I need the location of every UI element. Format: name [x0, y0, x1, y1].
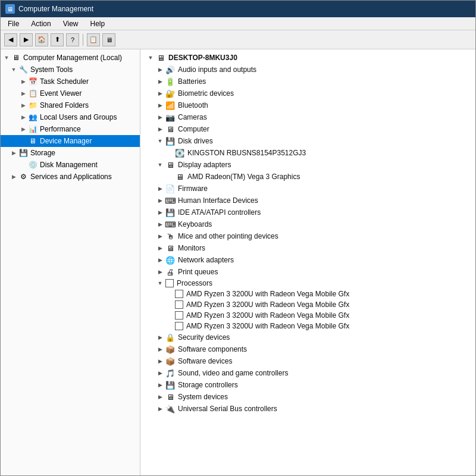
tree-root[interactable]: ▼ 🖥 Computer Management (Local)	[1, 52, 140, 64]
sound-expand[interactable]: ▶	[156, 369, 164, 377]
tree-device-manager[interactable]: 🖥 Device Manager	[1, 135, 140, 147]
performance-expand[interactable]: ▶	[20, 126, 27, 133]
device-disk-drives[interactable]: ▼ 💾 Disk drives	[140, 135, 475, 147]
print-expand[interactable]: ▶	[156, 268, 164, 276]
network-expand[interactable]: ▶	[156, 256, 164, 264]
batteries-expand[interactable]: ▶	[156, 77, 164, 86]
device-biometric[interactable]: ▶ 🔐 Biometric devices	[140, 87, 475, 99]
device-display-adapters[interactable]: ▼ 🖥 Display adapters	[140, 159, 475, 171]
device-print[interactable]: ▶ 🖨 Print queues	[140, 266, 475, 278]
device-hid[interactable]: ▶ ⌨ Human Interface Devices	[140, 195, 475, 206]
tree-event-viewer[interactable]: ▶ 📋 Event Viewer	[1, 87, 140, 99]
device-cpu-4[interactable]: AMD Ryzen 3 3200U with Radeon Vega Mobil…	[140, 321, 475, 331]
up-button[interactable]: ⬆	[51, 33, 64, 46]
cameras-label: Cameras	[178, 113, 207, 121]
task-scheduler-expand[interactable]: ▶	[20, 78, 27, 85]
device-sound[interactable]: ▶ 🎵 Sound, video and game controllers	[140, 367, 475, 379]
system-tools-expand[interactable]: ▼	[10, 66, 17, 73]
tree-task-scheduler[interactable]: ▶ 📅 Task Scheduler	[1, 76, 140, 87]
biometric-expand[interactable]: ▶	[156, 89, 164, 98]
device-usb[interactable]: ▶ 🔌 Universal Serial Bus controllers	[140, 403, 475, 415]
system-devices-expand[interactable]: ▶	[156, 393, 164, 401]
device-security[interactable]: ▶ 🔒 Security devices	[140, 331, 475, 343]
device-desktop-root[interactable]: ▼ 🖥 DESKTOP-8MKU3J0	[140, 52, 475, 64]
bluetooth-expand[interactable]: ▶	[156, 101, 164, 109]
shared-folders-expand[interactable]: ▶	[20, 102, 27, 109]
biometric-label: Biometric devices	[178, 89, 234, 98]
device-system-devices[interactable]: ▶ 🖥 System devices	[140, 391, 475, 403]
device-cpu-1[interactable]: AMD Ryzen 3 3200U with Radeon Vega Mobil…	[140, 289, 475, 299]
device-audio[interactable]: ▶ 🔊 Audio inputs and outputs	[140, 64, 475, 76]
device-storage-ctrl[interactable]: ▶ 💾 Storage controllers	[140, 379, 475, 391]
hid-label: Human Interface Devices	[178, 196, 258, 205]
device-batteries[interactable]: ▶ 🔋 Batteries	[140, 76, 475, 87]
device-network[interactable]: ▶ 🌐 Network adapters	[140, 254, 475, 266]
device-sw-devices[interactable]: ▶ 📦 Software devices	[140, 355, 475, 367]
help-button[interactable]: ?	[66, 33, 79, 46]
event-viewer-expand[interactable]: ▶	[20, 90, 27, 97]
audio-icon: 🔊	[165, 65, 175, 74]
sw-components-expand[interactable]: ▶	[156, 345, 164, 353]
computer-button[interactable]: 🖥	[102, 33, 115, 46]
device-cpu-3[interactable]: AMD Ryzen 3 3200U with Radeon Vega Mobil…	[140, 310, 475, 321]
device-kingston[interactable]: 💽 KINGSTON RBUSNS8154P3512GJ3	[140, 147, 475, 159]
audio-expand[interactable]: ▶	[156, 65, 164, 74]
kingston-expand[interactable]	[165, 149, 174, 157]
device-processors[interactable]: ▼ Processors	[140, 278, 475, 289]
batteries-icon: 🔋	[165, 77, 175, 86]
storage-expand[interactable]: ▶	[10, 149, 17, 156]
device-cameras[interactable]: ▶ 📷 Cameras	[140, 111, 475, 123]
back-button[interactable]: ◀	[4, 33, 17, 46]
tree-shared-folders[interactable]: ▶ 📁 Shared Folders	[1, 99, 140, 111]
cameras-expand[interactable]: ▶	[156, 113, 164, 121]
usb-expand[interactable]: ▶	[156, 405, 164, 413]
disk-management-label: Disk Management	[40, 161, 98, 169]
monitors-expand[interactable]: ▶	[156, 244, 164, 252]
sw-devices-expand[interactable]: ▶	[156, 357, 164, 365]
tree-performance[interactable]: ▶ 📊 Performance	[1, 123, 140, 135]
device-ide[interactable]: ▶ 💾 IDE ATA/ATAPI controllers	[140, 206, 475, 218]
menu-help[interactable]: Help	[86, 18, 110, 29]
storage-ctrl-expand[interactable]: ▶	[156, 381, 164, 389]
hid-expand[interactable]: ▶	[156, 196, 164, 205]
services-expand[interactable]: ▶	[10, 173, 17, 180]
disk-drives-expand[interactable]: ▼	[156, 137, 164, 145]
device-sw-components[interactable]: ▶ 📦 Software components	[140, 343, 475, 355]
device-firmware[interactable]: ▶ 📄 Firmware	[140, 183, 475, 195]
firmware-expand[interactable]: ▶	[156, 184, 164, 193]
amd-radeon-expand[interactable]	[165, 173, 174, 181]
device-bluetooth[interactable]: ▶ 📶 Bluetooth	[140, 99, 475, 111]
desktop-expand-icon[interactable]: ▼	[146, 54, 155, 62]
tree-services[interactable]: ▶ ⚙ Services and Applications	[1, 171, 140, 183]
ide-expand[interactable]: ▶	[156, 208, 164, 217]
keyboards-expand[interactable]: ▶	[156, 220, 164, 228]
root-expand-icon[interactable]: ▼	[3, 54, 10, 61]
display-expand[interactable]: ▼	[156, 161, 164, 169]
processors-expand[interactable]: ▼	[156, 279, 164, 287]
event-viewer-label: Event Viewer	[40, 89, 82, 98]
forward-button[interactable]: ▶	[20, 33, 33, 46]
export-button[interactable]: 📋	[87, 33, 100, 46]
task-scheduler-label: Task Scheduler	[40, 77, 89, 86]
menu-view[interactable]: View	[58, 18, 83, 29]
device-keyboards[interactable]: ▶ ⌨ Keyboards	[140, 218, 475, 230]
device-computer[interactable]: ▶ 🖥 Computer	[140, 123, 475, 135]
tree-storage[interactable]: ▶ 💾 Storage	[1, 147, 140, 159]
tree-disk-management[interactable]: 💿 Disk Management	[1, 159, 140, 171]
device-cpu-2[interactable]: AMD Ryzen 3 3200U with Radeon Vega Mobil…	[140, 299, 475, 310]
mice-expand[interactable]: ▶	[156, 232, 164, 240]
device-amd-radeon[interactable]: 🖥 AMD Radeon(TM) Vega 3 Graphics	[140, 171, 475, 183]
cpu3-expand	[165, 311, 174, 320]
device-manager-expand[interactable]	[20, 137, 27, 145]
tree-local-users[interactable]: ▶ 👥 Local Users and Groups	[1, 111, 140, 123]
menu-action[interactable]: Action	[26, 18, 55, 29]
device-mice[interactable]: ▶ 🖱 Mice and other pointing devices	[140, 230, 475, 242]
home-button[interactable]: 🏠	[35, 33, 48, 46]
device-monitors[interactable]: ▶ 🖥 Monitors	[140, 242, 475, 254]
disk-management-expand[interactable]	[20, 161, 27, 168]
tree-system-tools[interactable]: ▼ 🔧 System Tools	[1, 64, 140, 76]
local-users-expand[interactable]: ▶	[20, 114, 27, 121]
menu-file[interactable]: File	[3, 18, 24, 29]
security-expand[interactable]: ▶	[156, 333, 164, 342]
computer-expand[interactable]: ▶	[156, 125, 164, 133]
